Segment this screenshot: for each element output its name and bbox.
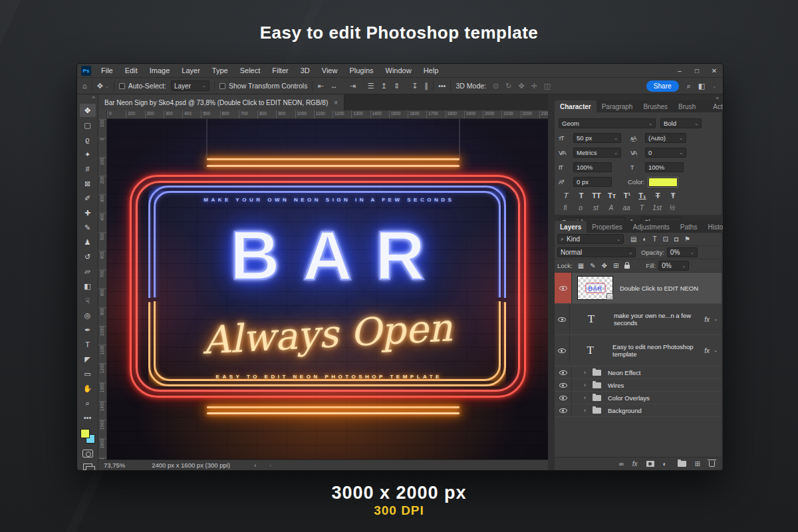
layer-visibility-cell[interactable] bbox=[555, 379, 572, 391]
filter-pin-icon[interactable]: ⚑ bbox=[684, 235, 690, 243]
layer-visibility-cell[interactable] bbox=[555, 392, 572, 404]
lock-transparent-icon[interactable]: ▦ bbox=[578, 262, 584, 269]
eye-icon[interactable] bbox=[559, 396, 567, 400]
layer-thumbnail[interactable]: BAR ❏ bbox=[577, 276, 613, 300]
eye-icon[interactable] bbox=[558, 317, 566, 322]
smudge-tool[interactable]: ☟ bbox=[80, 294, 96, 307]
layer-group-background[interactable]: › Background bbox=[555, 404, 722, 417]
layer-name[interactable]: Background bbox=[608, 407, 642, 414]
layer-visibility-cell[interactable] bbox=[555, 366, 572, 378]
auto-select-dropdown[interactable]: Layer⌄ bbox=[171, 80, 209, 91]
eye-icon[interactable] bbox=[559, 408, 567, 413]
vertical-scale-field[interactable]: 100% bbox=[573, 162, 612, 172]
opentype-button[interactable]: aa bbox=[621, 204, 632, 211]
opentype-button[interactable]: 1st bbox=[652, 204, 662, 211]
hand-tool[interactable]: ✋ bbox=[80, 382, 96, 395]
lock-all-icon[interactable] bbox=[624, 265, 630, 269]
align-bottom-icon[interactable]: ↧ bbox=[412, 82, 418, 90]
history-brush-tool[interactable]: ↺ bbox=[80, 250, 96, 263]
edit-toolbar[interactable]: ••• bbox=[80, 411, 96, 424]
tab-properties[interactable]: Properties bbox=[587, 221, 628, 233]
menu-item[interactable]: Edit bbox=[120, 66, 143, 74]
layer-group-wires[interactable]: › Wires bbox=[555, 379, 722, 392]
dodge-tool[interactable]: ◎ bbox=[80, 309, 96, 322]
chevron-down-icon[interactable]: ⌄ bbox=[714, 348, 718, 353]
type-tool[interactable]: T bbox=[80, 338, 96, 351]
toolbar-collapse-icon[interactable]: » bbox=[92, 94, 98, 103]
menu-item[interactable]: Image bbox=[144, 66, 176, 74]
tab-adjustments[interactable]: Adjustments bbox=[628, 221, 675, 233]
tracking-dropdown[interactable]: 0⌄ bbox=[645, 148, 686, 158]
new-layer-icon[interactable]: ⊞ bbox=[695, 460, 700, 467]
layer-visibility-cell[interactable] bbox=[555, 335, 570, 366]
crop-tool[interactable]: # bbox=[80, 162, 96, 176]
horizontal-scale-field[interactable]: 100% bbox=[645, 162, 684, 172]
font-family-dropdown[interactable]: Geom⌄ bbox=[559, 118, 656, 128]
chevron-down-icon[interactable]: ⌄ bbox=[105, 84, 109, 88]
auto-select-checkbox[interactable] bbox=[119, 83, 125, 89]
3d-roll-icon[interactable]: ↻ bbox=[505, 82, 511, 90]
layer-name[interactable]: Color Overlays bbox=[608, 394, 650, 402]
pen-tool[interactable]: ✒ bbox=[80, 323, 96, 336]
eye-icon[interactable] bbox=[558, 348, 566, 353]
eye-icon[interactable] bbox=[559, 383, 567, 388]
delete-layer-icon[interactable] bbox=[709, 461, 715, 467]
maximize-button[interactable]: □ bbox=[688, 67, 706, 74]
text-style-button[interactable]: T¹ bbox=[621, 192, 633, 200]
move-tool-icon[interactable]: ✥ bbox=[97, 82, 103, 90]
layer-visibility-cell[interactable] bbox=[555, 273, 572, 303]
menu-item[interactable]: Select bbox=[235, 66, 266, 74]
3d-camera-icon[interactable]: ◫ bbox=[544, 82, 551, 90]
quick-mask-icon[interactable] bbox=[82, 450, 93, 458]
group-expand-icon[interactable]: › bbox=[584, 369, 591, 376]
menu-item[interactable]: Plugins bbox=[344, 66, 378, 74]
fill-dropdown[interactable]: 0%⌄ bbox=[658, 261, 689, 271]
status-next-icon[interactable]: › bbox=[247, 462, 263, 469]
filter-shape-icon[interactable]: ⊡ bbox=[663, 235, 668, 243]
3d-drag-icon[interactable]: ✥ bbox=[518, 82, 524, 90]
layer-row-text-2[interactable]: T Easy to edit neon Photoshop template f… bbox=[555, 335, 722, 366]
quick-selection-tool[interactable]: ✦ bbox=[80, 148, 96, 161]
show-transform-checkbox[interactable] bbox=[219, 83, 225, 89]
tab-brush-settings[interactable]: Brush Settings bbox=[673, 100, 708, 112]
zoom-level[interactable]: 73,75% bbox=[98, 462, 134, 469]
font-size-dropdown[interactable]: 50 px⌄ bbox=[573, 133, 621, 143]
text-style-button[interactable]: T bbox=[575, 192, 587, 200]
menu-item[interactable]: Help bbox=[418, 66, 444, 74]
eye-icon[interactable] bbox=[559, 286, 567, 291]
search-icon[interactable]: ⌕ bbox=[687, 82, 691, 90]
lasso-tool[interactable]: ϱ bbox=[80, 133, 96, 146]
new-group-icon[interactable] bbox=[678, 461, 686, 467]
leading-dropdown[interactable]: (Auto)⌄ bbox=[645, 133, 686, 143]
layer-row-smart-object[interactable]: BAR ❏ Double Click to EDIT NEON bbox=[555, 273, 722, 304]
share-button[interactable]: Share bbox=[646, 80, 679, 92]
foreground-color-swatch[interactable] bbox=[80, 429, 90, 438]
eyedropper-tool[interactable]: ✐ bbox=[80, 192, 96, 205]
lock-paint-icon[interactable]: ✎ bbox=[590, 262, 595, 269]
menu-item[interactable]: Layer bbox=[176, 66, 205, 74]
align-center-h-icon[interactable]: ↔ bbox=[331, 82, 338, 90]
layer-fx-icon[interactable]: fx bbox=[704, 347, 710, 354]
rectangle-tool[interactable]: ▭ bbox=[80, 367, 96, 380]
workspace-icon[interactable]: ◧ bbox=[698, 82, 705, 90]
close-button[interactable]: ✕ bbox=[706, 67, 723, 74]
chevron-down-icon[interactable]: ⌄ bbox=[714, 317, 718, 322]
document-tab[interactable]: Bar Neon Sign by Sko4.psd @ 73,8% (Doubl… bbox=[98, 94, 344, 110]
align-left-icon[interactable]: ⇤ bbox=[317, 82, 323, 90]
minimize-button[interactable]: – bbox=[671, 67, 688, 74]
layer-group-neon-effect[interactable]: › Neon Effect bbox=[555, 366, 722, 379]
text-style-button[interactable]: Tᴛ bbox=[606, 192, 618, 200]
lock-artboard-icon[interactable]: ⊞ bbox=[613, 262, 618, 269]
tab-actions[interactable]: Actions bbox=[708, 100, 724, 112]
tab-close-icon[interactable]: × bbox=[334, 99, 338, 106]
text-style-button[interactable]: TT bbox=[591, 192, 602, 200]
opacity-dropdown[interactable]: 0%⌄ bbox=[667, 247, 698, 257]
tab-character[interactable]: Character bbox=[555, 100, 597, 112]
more-options-icon[interactable]: ••• bbox=[438, 82, 446, 90]
menu-item[interactable]: View bbox=[317, 66, 343, 74]
group-expand-icon[interactable]: › bbox=[584, 394, 591, 401]
opentype-button[interactable]: o bbox=[575, 204, 586, 211]
move-tool[interactable]: ✥ bbox=[80, 104, 96, 117]
opentype-button[interactable]: st bbox=[591, 204, 601, 211]
tab-paragraph[interactable]: Paragraph bbox=[597, 100, 638, 112]
